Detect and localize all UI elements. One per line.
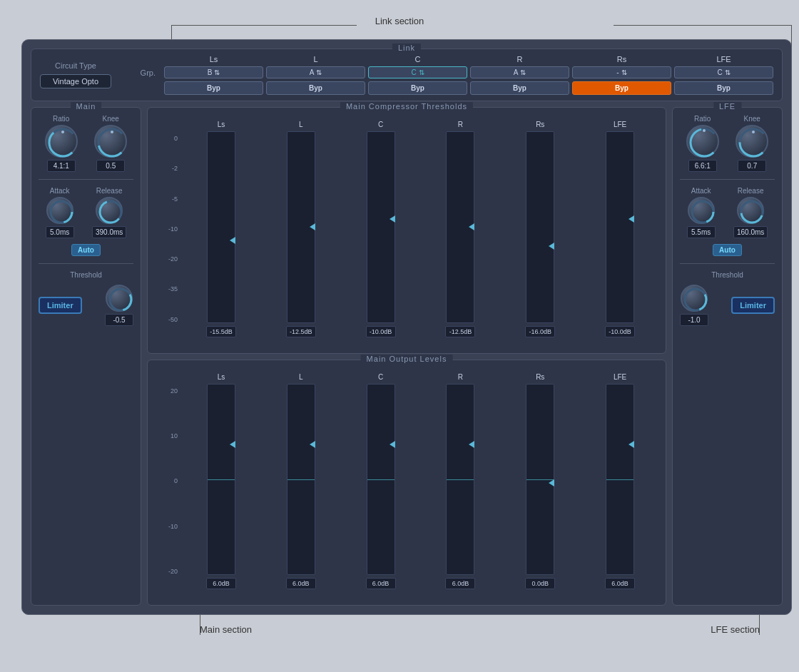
main-vert-line (200, 614, 200, 635)
lfe-release-knob[interactable] (737, 197, 764, 224)
byp-btn-ls[interactable]: Byp (164, 81, 263, 95)
grp-selector-rs[interactable]: - ⇅ (572, 66, 671, 78)
release-value: 390.0ms (92, 226, 126, 238)
comp-handle-l[interactable] (310, 223, 315, 230)
out-scale-20up: 20 (155, 387, 180, 394)
release-knob[interactable] (96, 197, 123, 224)
comp-handle-c[interactable] (390, 215, 395, 223)
grp-selector-c[interactable]: C ⇅ (368, 66, 467, 78)
threshold-value: -0.5 (105, 314, 133, 326)
lfe-attack-knob[interactable] (688, 197, 715, 224)
byp-btn-r[interactable]: Byp (470, 81, 569, 95)
comp-ch-l: L -12.5dB (263, 121, 340, 337)
comp-fader-r[interactable] (446, 131, 474, 323)
comp-handle-ls[interactable] (230, 237, 235, 244)
output-scale: 20 10 0 -10 -20 (155, 373, 180, 590)
comp-handle-lfe[interactable] (628, 215, 634, 223)
out-ch-r-label: R (458, 373, 463, 381)
comp-ch-c-label: C (378, 121, 383, 128)
grp-selector-r[interactable]: A ⇅ (470, 66, 569, 78)
lfe-auto-btn-wrapper: Auto (680, 244, 775, 256)
lfe-ratio-knob-dot (703, 129, 706, 132)
lfe-knee-knob[interactable] (736, 125, 768, 158)
output-section: Main Output Levels 20 10 0 -10 -20 Ls (147, 360, 666, 606)
out-fader-rs[interactable] (526, 384, 554, 576)
comp-fader-c[interactable] (367, 131, 395, 323)
comp-value-c: -10.0dB (366, 326, 396, 337)
output-faders-grid: 20 10 0 -10 -20 Ls (155, 373, 658, 590)
svg-point-16 (741, 201, 763, 223)
ratio-knob[interactable] (45, 125, 78, 158)
out-scale-20dn: -20 (155, 568, 180, 575)
comp-fader-lfe[interactable] (606, 131, 634, 323)
out-handle-rs[interactable] (549, 479, 554, 487)
comp-handle-r[interactable] (469, 223, 474, 230)
comp-value-lfe: -10.0dB (605, 326, 635, 337)
scale-2: -2 (155, 165, 180, 172)
out-fader-l[interactable] (287, 384, 315, 576)
out-handle-ls[interactable] (230, 441, 235, 448)
byp-btn-l[interactable]: Byp (266, 81, 365, 95)
lfe-knee-label: Knee (744, 115, 760, 123)
out-fader-r[interactable] (446, 384, 474, 576)
out-handle-r[interactable] (469, 441, 474, 448)
comp-fader-ls[interactable] (207, 131, 235, 323)
compressor-section: Main Compressor Thresholds 0 -2 -5 -10 -… (147, 107, 666, 354)
main-limiter-btn[interactable]: Limiter (39, 297, 82, 314)
comp-fader-rs[interactable] (526, 131, 554, 323)
attack-value: 5.0ms (46, 226, 74, 238)
byp-btn-rs[interactable]: Byp (572, 81, 671, 95)
threshold-knob[interactable] (106, 285, 133, 312)
out-fader-ls[interactable] (207, 384, 235, 576)
svg-point-9 (110, 289, 131, 310)
ch-header-lfe: LFE (674, 55, 773, 63)
out-zero-lfe (606, 479, 633, 480)
scale-35: -35 (155, 285, 180, 292)
link-section: Link Circuit Type Vintage Opto Clean FET… (31, 49, 783, 101)
out-value-l: 6.0dB (286, 578, 316, 589)
lfe-ratio-knob[interactable] (686, 125, 719, 158)
out-fader-lfe[interactable] (606, 384, 634, 576)
lfe-ratio-knee-row: Ratio 6.6:1 Knee (680, 115, 775, 172)
knee-knob-dot (111, 131, 113, 133)
scale-0: 0 (155, 135, 180, 142)
ratio-knob-dot (61, 131, 64, 133)
main-auto-btn[interactable]: Auto (71, 244, 101, 256)
comp-ch-ls-label: Ls (218, 121, 225, 128)
compressor-faders-grid: 0 -2 -5 -10 -20 -35 -50 Ls (155, 121, 658, 337)
lfe-attack-group: Attack 5.5ms (687, 187, 716, 238)
lfe-auto-btn[interactable]: Auto (713, 244, 742, 256)
threshold-knob-group: -0.5 (105, 285, 133, 326)
grp-selector-ls[interactable]: B ⇅ (164, 66, 263, 78)
out-value-ls: 6.0dB (206, 578, 236, 589)
out-ch-l: L 6.0dB (263, 373, 340, 590)
link-section-annotation: Link section (375, 16, 424, 26)
knee-knob[interactable] (94, 125, 127, 158)
byp-btn-c[interactable]: Byp (368, 81, 467, 95)
ratio-knee-row: Ratio 4.1:1 Knee (39, 115, 133, 172)
out-value-r: 6.0dB (445, 578, 475, 589)
out-ch-l-label: L (299, 373, 303, 381)
out-handle-c[interactable] (390, 441, 395, 448)
lfe-limiter-btn[interactable]: Limiter (731, 297, 775, 314)
comp-handle-rs[interactable] (549, 243, 554, 250)
attack-knob[interactable] (46, 197, 73, 224)
byp-btn-lfe[interactable]: Byp (674, 81, 773, 95)
knee-group: Knee 0.5 (94, 115, 127, 172)
comp-ch-c: C -10.0dB (342, 121, 419, 337)
grp-selector-lfe[interactable]: C ⇅ (674, 66, 773, 78)
grp-selector-l[interactable]: A ⇅ (266, 66, 365, 78)
attack-label: Attack (50, 187, 70, 195)
release-group: Release 390.0ms (92, 187, 126, 238)
comp-fader-l[interactable] (287, 131, 315, 323)
out-handle-lfe[interactable] (628, 441, 634, 448)
out-handle-l[interactable] (310, 441, 315, 448)
scale-20: -20 (155, 255, 180, 263)
circuit-type-select[interactable]: Vintage Opto Clean FET (40, 74, 111, 88)
out-zero-l (287, 479, 315, 480)
lfe-threshold-knob[interactable] (681, 285, 708, 312)
link-section-label: Link (392, 44, 421, 52)
lfe-attack-label: Attack (691, 187, 711, 195)
out-fader-c[interactable] (367, 384, 395, 576)
main-section-annotation: Main section (200, 624, 252, 635)
